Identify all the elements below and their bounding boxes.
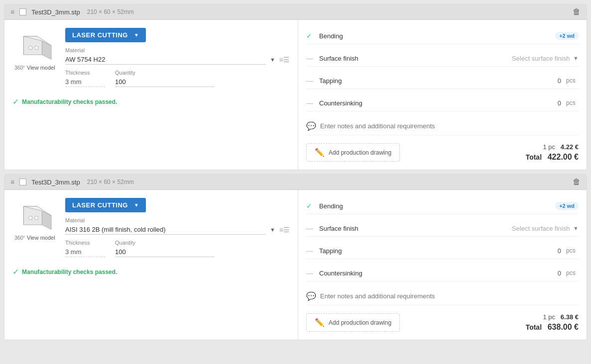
- bending-check-icon: ✓: [306, 202, 314, 210]
- price-summary: 1 pc 6.38 € Total 638.00 €: [526, 313, 579, 332]
- countersinking-value: 0: [546, 99, 561, 107]
- surface-finish-label: Surface finish: [319, 225, 507, 232]
- material-field: Material AW 5754 H22 ▼ ≡☰: [65, 47, 290, 65]
- config-area: LASER CUTTING ▼ Material AW 5754 H22 ▼: [65, 28, 290, 87]
- material-info-icon[interactable]: ≡☰: [279, 56, 290, 64]
- surface-finish-row: — Surface finish Select surface finish ▼: [306, 220, 579, 237]
- material-select-row: AW 5754 H22 ▼ ≡☰: [65, 55, 290, 65]
- quantity-field: Quantity: [115, 70, 215, 87]
- price-per-pc-value: 4.22 €: [561, 143, 579, 151]
- card-filename: Test3D_3mm.stp: [31, 8, 80, 16]
- card-checkbox[interactable]: [19, 8, 26, 15]
- view-model-label: View model: [27, 65, 55, 71]
- card-dimensions: 210 × 60 × 52mm: [87, 8, 134, 15]
- bending-badge: +2 wd: [555, 202, 579, 210]
- price-total-value: 422.00 €: [548, 153, 579, 161]
- thickness-qty-row: Thickness 3 mm Quantity: [65, 70, 290, 87]
- countersinking-unit: pcs: [566, 99, 579, 106]
- countersinking-value: 0: [546, 270, 561, 277]
- card-header-2: ≡ Test3D_3mm.stp 210 × 60 × 52mm 🗑: [4, 175, 587, 190]
- card-checkbox[interactable]: [19, 179, 26, 185]
- price-per-pc-value: 6.38 €: [561, 313, 579, 321]
- add-drawing-button[interactable]: ✏️ Add production drawing: [306, 143, 400, 162]
- countersinking-label: Countersinking: [319, 270, 541, 277]
- countersinking-row: — Countersinking 0 pcs: [306, 95, 579, 111]
- svg-point-9: [28, 216, 32, 219]
- material-dropdown-arrow[interactable]: ▼: [270, 227, 275, 233]
- config-area: LASER CUTTING ▼ Material AISI 316 2B (mi…: [65, 198, 290, 257]
- bending-row: ✓ Bending +2 wd: [306, 28, 579, 44]
- surface-finish-select[interactable]: Select surface finish: [512, 225, 570, 232]
- mfg-check-text: Manufacturability checks passed.: [22, 269, 117, 275]
- tapping-dash-icon: —: [306, 77, 314, 85]
- process-dropdown-arrow: ▼: [134, 202, 139, 208]
- rotate-icon: 360°: [14, 65, 25, 71]
- material-dropdown-arrow[interactable]: ▼: [270, 57, 275, 63]
- tapping-unit: pcs: [566, 247, 579, 254]
- price-total-value: 638.00 €: [548, 323, 579, 331]
- card-body-1: 360° View model LASER CUTTING ▼ Material: [4, 20, 587, 170]
- quantity-input[interactable]: [115, 77, 215, 87]
- process-dropdown-arrow: ▼: [134, 32, 139, 38]
- thickness-value: 3 mm: [65, 77, 105, 87]
- notes-input[interactable]: [320, 292, 579, 300]
- drawing-price-row: ✏️ Add production drawing 1 pc 6.38 € To…: [306, 313, 579, 332]
- notes-input[interactable]: [320, 122, 579, 130]
- quantity-field: Quantity: [115, 240, 215, 257]
- surface-finish-select[interactable]: Select surface finish: [512, 55, 570, 62]
- add-drawing-button[interactable]: ✏️ Add production drawing: [306, 313, 400, 332]
- bending-label: Bending: [319, 202, 547, 210]
- delete-button[interactable]: 🗑: [573, 7, 581, 16]
- rotate-icon: 360°: [14, 235, 25, 241]
- drag-icon[interactable]: ≡: [10, 178, 14, 186]
- part-image: [15, 198, 55, 233]
- tapping-label: Tapping: [319, 247, 541, 255]
- right-panel-1: ✓ Bending +2 wd — Surface finish Select …: [298, 20, 587, 170]
- notes-icon: 💬: [306, 121, 316, 131]
- drawing-icon: ✏️: [315, 148, 325, 157]
- svg-marker-1: [42, 41, 51, 59]
- bending-row: ✓ Bending +2 wd: [306, 198, 579, 214]
- material-select[interactable]: AW 5754 H22: [65, 55, 266, 65]
- thickness-label: Thickness: [65, 70, 105, 76]
- tapping-unit: pcs: [566, 77, 579, 84]
- material-info-icon[interactable]: ≡☰: [279, 226, 290, 234]
- card-dimensions: 210 × 60 × 52mm: [87, 179, 134, 185]
- card-filename: Test3D_3mm.stp: [31, 179, 80, 186]
- countersinking-dash-icon: —: [306, 99, 314, 107]
- price-total: Total 422.00 €: [526, 153, 579, 162]
- price-per-pc: 1 pc 4.22 €: [543, 143, 579, 151]
- surface-select-area: Select surface finish ▼: [512, 55, 579, 62]
- mfg-check: ✓ Manufacturability checks passed.: [12, 267, 290, 276]
- tapping-row: — Tapping 0 pcs: [306, 243, 579, 259]
- page-wrapper: ≡ Test3D_3mm.stp 210 × 60 × 52mm 🗑: [0, 0, 591, 364]
- material-field: Material AISI 316 2B (mill finish, cold …: [65, 217, 290, 235]
- notes-row: 💬: [306, 287, 579, 305]
- surface-finish-caret: ▼: [573, 55, 579, 61]
- add-drawing-label: Add production drawing: [329, 319, 391, 326]
- drawing-icon: ✏️: [315, 318, 325, 327]
- thickness-value: 3 mm: [65, 247, 105, 257]
- material-select-row: AISI 316 2B (mill finish, cold rolled) ▼…: [65, 225, 290, 235]
- tapping-label: Tapping: [319, 77, 541, 85]
- price-summary: 1 pc 4.22 € Total 422.00 €: [526, 143, 579, 162]
- process-button[interactable]: LASER CUTTING ▼: [65, 28, 146, 42]
- quantity-input[interactable]: [115, 247, 215, 257]
- process-button[interactable]: LASER CUTTING ▼: [65, 198, 146, 212]
- svg-point-4: [34, 46, 38, 49]
- thickness-qty-row: Thickness 3 mm Quantity: [65, 240, 290, 257]
- delete-button[interactable]: 🗑: [573, 178, 581, 186]
- quantity-label: Quantity: [115, 70, 215, 76]
- material-select[interactable]: AISI 316 2B (mill finish, cold rolled): [65, 225, 266, 235]
- process-label: LASER CUTTING: [72, 201, 128, 209]
- material-label: Material: [65, 47, 290, 53]
- left-top: 360° View model LASER CUTTING ▼ Material: [12, 198, 290, 257]
- view-model-button[interactable]: 360° View model: [14, 65, 55, 71]
- surface-finish-caret: ▼: [573, 225, 579, 231]
- process-label: LASER CUTTING: [72, 31, 128, 39]
- bending-check-icon: ✓: [306, 32, 314, 40]
- drawing-price-row: ✏️ Add production drawing 1 pc 4.22 € To…: [306, 143, 579, 162]
- view-model-button[interactable]: 360° View model: [14, 235, 55, 241]
- countersinking-dash-icon: —: [306, 269, 314, 277]
- drag-icon[interactable]: ≡: [10, 8, 14, 16]
